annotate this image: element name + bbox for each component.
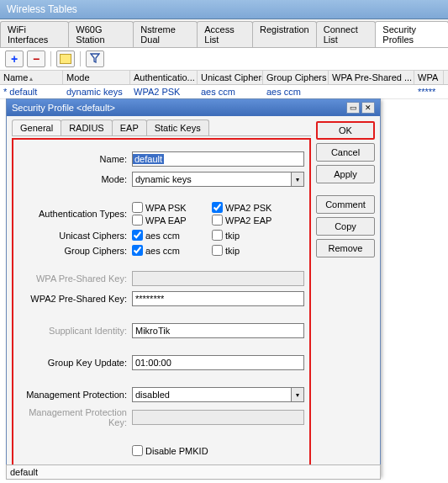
col-header-wpa[interactable]: WPA Pre-Shared ... xyxy=(329,71,414,84)
wpa-psk-label: WPA Pre-Shared Key: xyxy=(18,273,132,284)
chk-group-tkip[interactable]: tkip xyxy=(212,245,292,256)
apply-button[interactable]: Apply xyxy=(316,165,375,183)
toolbar: + − xyxy=(0,48,448,71)
cell-unicast: aes ccm xyxy=(198,85,263,98)
tab-wifi-interfaces[interactable]: WiFi Interfaces xyxy=(0,21,69,47)
close-icon: ✕ xyxy=(365,104,372,112)
tab-radius[interactable]: RADIUS xyxy=(61,119,113,135)
group-key-update-label: Group Key Update: xyxy=(18,358,132,368)
supplicant-label: Supplicant Identity: xyxy=(18,326,132,336)
tab-static-keys[interactable]: Static Keys xyxy=(146,119,209,135)
ok-button[interactable]: OK xyxy=(316,121,375,140)
minus-icon: − xyxy=(33,52,40,66)
wpa2-psk-input[interactable] xyxy=(132,291,304,306)
name-label: Name: xyxy=(18,154,132,164)
group-key-update-input[interactable] xyxy=(132,355,304,370)
chk-unicast-aes[interactable]: aes ccm xyxy=(132,230,212,241)
close-button[interactable]: ✕ xyxy=(361,102,375,114)
chk-wpa-psk[interactable]: WPA PSK xyxy=(132,202,212,213)
dialog-button-column: OK Cancel Apply Comment Copy Remove xyxy=(316,119,375,470)
note-icon xyxy=(60,54,71,64)
mgmt-protection-key-input xyxy=(132,410,304,425)
cell-mode: dynamic keys xyxy=(63,85,130,98)
status-bar: default xyxy=(6,464,381,480)
col-header-wpa2[interactable]: WPA xyxy=(414,71,444,84)
auth-types-label: Authentication Types: xyxy=(18,209,132,219)
minimize-button[interactable]: ▭ xyxy=(346,102,360,114)
mgmt-protection-dropdown-button[interactable]: ▾ xyxy=(291,387,304,402)
mgmt-protection-label: Management Protection: xyxy=(18,390,132,400)
cell-name: * default xyxy=(0,85,63,98)
tab-registration[interactable]: Registration xyxy=(252,21,317,47)
cell-wpa xyxy=(329,85,414,98)
supplicant-input[interactable] xyxy=(132,323,304,338)
tab-general[interactable]: General xyxy=(12,119,61,135)
col-header-auth[interactable]: Authenticatio... xyxy=(130,71,198,84)
grid-header: Name▴ Mode Authenticatio... Unicast Ciph… xyxy=(0,71,448,85)
mgmt-protection-key-label: Management Protection Key: xyxy=(18,407,132,427)
dialog-tab-strip: General RADIUS EAP Static Keys xyxy=(12,119,311,136)
name-input[interactable]: default xyxy=(132,151,304,167)
col-header-name[interactable]: Name▴ xyxy=(0,71,63,84)
comment-button[interactable] xyxy=(56,50,75,67)
filter-button[interactable] xyxy=(86,50,104,67)
chk-group-aes[interactable]: aes ccm xyxy=(132,245,212,256)
tab-w60g-station[interactable]: W60G Station xyxy=(68,21,134,47)
plus-icon: + xyxy=(11,52,18,66)
add-button[interactable]: + xyxy=(5,50,24,67)
window-title-bar: Wireless Tables xyxy=(0,0,448,19)
col-header-unicast[interactable]: Unicast Ciphers xyxy=(198,71,263,84)
cancel-button[interactable]: Cancel xyxy=(316,143,375,162)
cell-wpa2: ***** xyxy=(414,85,444,98)
wpa2-psk-label: WPA2 Pre-Shared Key: xyxy=(18,294,132,304)
toolbar-separator xyxy=(80,51,81,66)
sort-indicator-icon: ▴ xyxy=(29,75,33,82)
dialog-title: Security Profile <default> xyxy=(12,103,115,113)
window-title: Wireless Tables xyxy=(7,3,77,15)
minimize-icon: ▭ xyxy=(350,104,357,112)
mode-dropdown-button[interactable]: ▾ xyxy=(291,172,304,187)
comment-button[interactable]: Comment xyxy=(316,195,375,214)
chevron-down-icon: ▾ xyxy=(296,391,299,399)
mode-combo[interactable] xyxy=(132,172,291,187)
tab-security-profiles[interactable]: Security Profiles xyxy=(375,21,448,47)
wpa-psk-input xyxy=(132,271,304,286)
group-label: Group Ciphers: xyxy=(18,246,132,256)
cell-group: aes ccm xyxy=(263,85,329,98)
main-tab-strip: WiFi Interfaces W60G Station Nstreme Dua… xyxy=(0,19,448,48)
table-row[interactable]: * default dynamic keys WPA2 PSK aes ccm … xyxy=(0,85,448,99)
cell-auth: WPA2 PSK xyxy=(130,85,198,98)
toolbar-separator xyxy=(50,51,51,66)
copy-button[interactable]: Copy xyxy=(316,217,375,236)
dialog-title-bar[interactable]: Security Profile <default> ▭ ✕ xyxy=(7,99,380,116)
chk-wpa-eap[interactable]: WPA EAP xyxy=(132,215,212,226)
chk-wpa2-psk[interactable]: WPA2 PSK xyxy=(212,202,292,213)
tab-access-list[interactable]: Access List xyxy=(197,21,253,47)
funnel-icon xyxy=(90,53,100,65)
col-header-group[interactable]: Group Ciphers xyxy=(263,71,329,84)
tab-connect-list[interactable]: Connect List xyxy=(316,21,377,47)
chk-wpa2-eap[interactable]: WPA2 EAP xyxy=(212,215,292,226)
chk-disable-pmkid[interactable]: Disable PMKID xyxy=(132,445,208,456)
security-profile-dialog: Security Profile <default> ▭ ✕ General R… xyxy=(6,98,381,476)
highlight-box: Name: default Mode: ▾ Authentication Typ… xyxy=(12,138,311,470)
tab-nstreme-dual[interactable]: Nstreme Dual xyxy=(133,21,198,47)
chevron-down-icon: ▾ xyxy=(296,176,299,183)
mode-label: Mode: xyxy=(18,174,132,184)
unicast-label: Unicast Ciphers: xyxy=(18,231,132,241)
tab-eap[interactable]: EAP xyxy=(112,119,147,135)
remove-button[interactable]: Remove xyxy=(316,239,375,257)
remove-button[interactable]: − xyxy=(27,50,45,67)
mgmt-protection-combo[interactable] xyxy=(132,387,291,402)
chk-unicast-tkip[interactable]: tkip xyxy=(212,230,292,241)
col-header-mode[interactable]: Mode xyxy=(63,71,130,84)
